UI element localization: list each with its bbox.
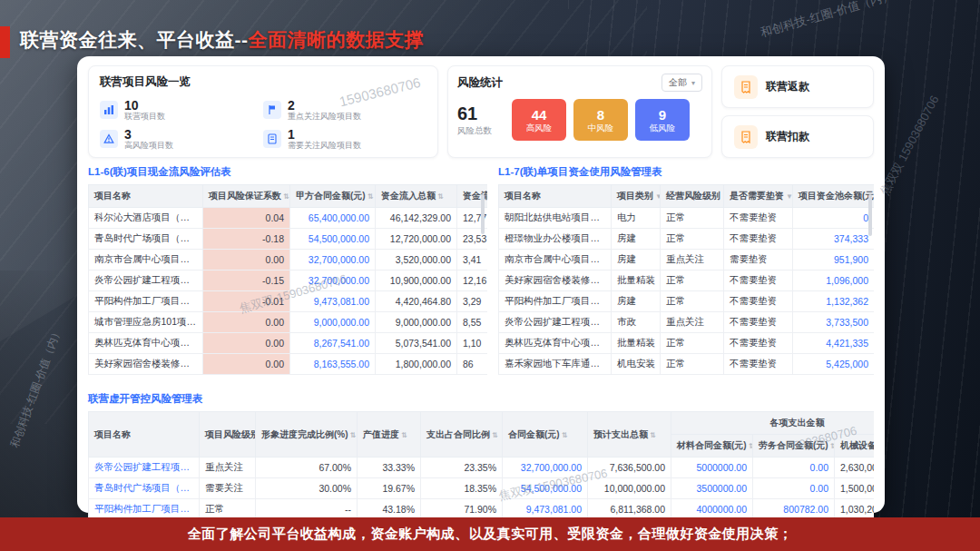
table-cell: 0.00: [753, 478, 835, 499]
cashflow-table-section: L1-6(联)项目现金流风险评估表 项目名称 项目风险保证系数⇅▼ 甲方合同金额…: [88, 165, 487, 375]
col-header-expense-ratio[interactable]: 支出占合同比例⇅: [421, 412, 503, 458]
high-risk-badge[interactable]: 44 高风险: [512, 99, 566, 141]
table-cell: 平阳构件加工厂项目（联营）: [89, 291, 203, 312]
risk-stats-card: 风险统计 全部 ▾ 61 风险总数 44 高风险 8: [447, 65, 712, 158]
sort-icon[interactable]: ⇅: [437, 192, 444, 201]
sort-icon[interactable]: ⇅: [562, 431, 568, 439]
stat-key-watch-projects[interactable]: 2 重点关注风险项目数: [263, 95, 426, 124]
col-header-image-progress[interactable]: 形象进度完成比例(%)⇅: [256, 412, 358, 458]
table-cell: 12,16: [457, 271, 488, 291]
sort-icon[interactable]: ⇅: [749, 442, 753, 450]
expenditure-table-title: 联营虚开管控风险管理表: [88, 392, 874, 406]
risk-total-value: 61: [457, 103, 501, 123]
table-cell: 美好家园宿舍楼装修项目（联营）: [499, 271, 612, 291]
col-header-contract-amount[interactable]: 甲方合同金额(元)⇅▼: [290, 185, 376, 208]
sort-icon[interactable]: ⇅: [368, 192, 374, 201]
table-cell: 重点关注: [200, 458, 256, 478]
stat-need-watch-projects[interactable]: 1 需要关注风险项目数: [263, 124, 426, 153]
table-row[interactable]: 橙璟物业办公楼项目（联营）房建正常不需要垫资374,333: [499, 229, 875, 250]
filter-icon[interactable]: ▼: [655, 192, 661, 201]
table-row[interactable]: 炎帝公园扩建工程项目（联营）重点关注67.00%33.33%23.35%32,7…: [89, 458, 875, 478]
table-cell: 不需要垫资: [724, 229, 793, 250]
col-header-risk-coefficient[interactable]: 项目风险保证系数⇅▼: [203, 185, 290, 208]
table-cell: 需要关注: [200, 478, 256, 499]
mid-risk-badge[interactable]: 8 中风险: [573, 99, 628, 141]
page-title-highlight: 全面清晰的数据支撑: [249, 29, 425, 50]
table-cell: 10,900,000.00: [376, 271, 457, 291]
col-header-labor-contract[interactable]: 劳务合同金额(元)⇅: [753, 435, 835, 458]
table-cell: 青岛时代广场项目（联营）: [89, 478, 200, 499]
col-header-material-contract[interactable]: 材料合同金额(元)⇅: [671, 435, 753, 458]
table-row[interactable]: 平阳构件加工厂项目（联营）-0.019,473,081.004,420,464.…: [89, 291, 488, 312]
table-cell: 城市管理应急房101项目（联营）: [89, 312, 203, 333]
footer-bar: 全面了解公司平台收益构成，资金账户构成、以及真实可用、受限资金，合理做好资金使用…: [0, 517, 980, 551]
risk-filter-select[interactable]: 全部 ▾: [662, 74, 702, 92]
table-cell: -0.01: [203, 291, 290, 312]
filter-icon[interactable]: ▼: [786, 192, 793, 201]
sort-icon[interactable]: ⇅: [492, 431, 498, 439]
table-cell: 不需要垫资: [724, 291, 793, 312]
table-row[interactable]: 美好家园宿舍楼装修项目（联营）0.008,163,555.001,800,000…: [89, 354, 488, 375]
table-row[interactable]: 奥林匹克体育中心项目（联营）0.008,267,541.005,073,541.…: [89, 333, 488, 354]
table-row[interactable]: 科尔沁大酒店项目（联营）0.0465,400,000.0046,142,329.…: [89, 208, 488, 229]
stat-joint-projects[interactable]: 10 联营项目数: [100, 95, 263, 124]
table-cell: -0.18: [203, 229, 290, 250]
table-cell: 8,163,555.00: [290, 354, 376, 375]
scrollbar[interactable]: [481, 194, 485, 234]
table-row[interactable]: 城市管理应急房101项目（联营）0.009,000,000.009,000,00…: [89, 312, 488, 333]
joint-deduction-button[interactable]: 联营扣款: [721, 115, 874, 158]
col-header-operating-risk-level[interactable]: 经营风险级别▼: [661, 185, 724, 208]
table-row[interactable]: 南京市合属中心项目（联营）0.0032,700,000.003,520,000.…: [89, 250, 488, 271]
table-cell: 奥林匹克体育中心项目（联营）: [499, 333, 612, 354]
col-header-project-name[interactable]: 项目名称: [89, 412, 200, 458]
joint-refund-button[interactable]: 联营返款: [721, 65, 874, 108]
receipt-icon: [734, 75, 758, 99]
table-row[interactable]: 美好家园宿舍楼装修项目（联营）批量精装正常不需要垫资1,096,000: [499, 271, 875, 291]
joint-deduction-label: 联营扣款: [766, 129, 809, 144]
table-row[interactable]: 青岛时代广场项目（联营）-0.1854,500,000.0012,720,000…: [89, 229, 488, 250]
col-header-project-risk-level[interactable]: 项目风险级别▼: [200, 412, 256, 458]
table-cell: 不需要垫资: [724, 312, 793, 333]
col-header-output-progress[interactable]: 产值进度⇅: [358, 412, 421, 458]
table-row[interactable]: 炎帝公园扩建工程项目（联营）-0.1532,700,000.0010,900,0…: [89, 271, 488, 291]
table-cell: 正常: [661, 333, 724, 354]
bar-chart-icon: [100, 101, 118, 119]
col-header-fund-pool-balance[interactable]: 项目资金池余额(元)⇅: [793, 185, 875, 208]
col-header-contract-amount[interactable]: 合同金额(元)⇅: [503, 412, 588, 458]
table-row[interactable]: 嘉禾家园地下车库通风项目（联营）机电安装正常不需要垫资5,425,000: [499, 354, 875, 375]
table-row[interactable]: 炎帝公园扩建工程项目（联营）市政重点关注不需要垫资3,733,500: [499, 312, 875, 333]
table-row[interactable]: 朝阳北姑供电站项目（联营）电力正常不需要垫资0: [499, 208, 875, 229]
table-cell: -0.15: [203, 271, 290, 291]
table-cell: 3,520,000.00: [376, 250, 457, 271]
table-row[interactable]: 青岛时代广场项目（联营）需要关注30.00%19.67%18.35%54,500…: [89, 478, 875, 499]
table-cell: 南京市合属中心项目（联营）: [499, 250, 612, 271]
stat-high-risk-projects[interactable]: 3 高风险项目数: [100, 124, 263, 153]
table-cell: 9,000,000.00: [376, 312, 457, 333]
sort-icon[interactable]: ⇅: [830, 442, 835, 450]
col-header-advance-funding[interactable]: 是否需要垫资▼: [724, 185, 793, 208]
sort-icon[interactable]: ⇅: [650, 431, 656, 439]
table-cell: 46,142,329.00: [376, 208, 457, 229]
table-cell: 机电安装: [612, 354, 661, 375]
col-header-project-name[interactable]: 项目名称: [499, 185, 612, 208]
col-header-project-type[interactable]: 项目类别▼: [612, 185, 661, 208]
low-risk-badge[interactable]: 9 低风险: [635, 99, 690, 141]
sort-icon[interactable]: ⇅: [283, 192, 289, 201]
table-row[interactable]: 奥林匹克体育中心项目（联营）批量精装正常不需要垫资4,421,335: [499, 333, 875, 354]
sort-icon[interactable]: ⇅: [350, 431, 357, 439]
col-header-project-name[interactable]: 项目名称: [89, 185, 203, 208]
footer-text: 全面了解公司平台收益构成，资金账户构成、以及真实可用、受限资金，合理做好资金使用…: [188, 526, 793, 543]
table-cell: 1,10: [457, 333, 488, 354]
risk-overview-title: 联营项目风险一览: [100, 74, 426, 90]
receipt-icon: [734, 125, 758, 149]
col-header-estimated-expense[interactable]: 预计支出总额⇅: [588, 412, 671, 458]
table-cell: 18.35%: [421, 478, 503, 499]
scrollbar[interactable]: [868, 194, 872, 236]
col-header-inflow-total[interactable]: 资金流入总额⇅: [376, 185, 457, 208]
page-title-prefix: 联营资金往来、平台收益--: [20, 29, 249, 50]
table-row[interactable]: 南京市合属中心项目（联营）房建重点关注需要垫资951,900: [499, 250, 875, 271]
table-cell: 炎帝公园扩建工程项目（联营）: [89, 458, 200, 478]
col-header-machinery-contract[interactable]: 机械设备合同金额(元): [835, 435, 875, 458]
table-row[interactable]: 平阳构件加工厂项目（联营）房建正常不需要垫资1,132,362: [499, 291, 875, 312]
sort-icon[interactable]: ⇅: [401, 431, 407, 439]
